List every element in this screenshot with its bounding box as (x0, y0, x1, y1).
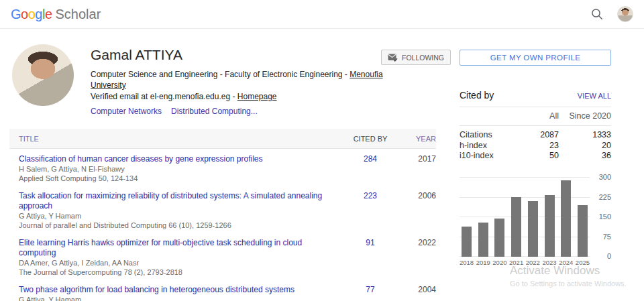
profile-affiliation: Computer Science and Engineering - Facul… (91, 69, 386, 91)
publication-authors: G Attiya, Y Hamam (19, 212, 338, 221)
stat-label: h-index (460, 141, 512, 152)
chart-y-tick-label: 300 (599, 174, 611, 181)
chart-y-axis: 075150225300 (592, 178, 611, 257)
chart-bar-column: 2020 (494, 219, 504, 257)
watermark-line2: Go to Settings to activate Windows. (510, 280, 627, 288)
view-all-link[interactable]: VIEW ALL (578, 92, 611, 100)
chart-x-tick-label: 2022 (526, 259, 540, 266)
chart-x-tick-label: 2019 (476, 259, 490, 266)
publication-cited-by-link[interactable]: 223 (343, 191, 397, 201)
chart-x-tick-label: 2024 (559, 259, 573, 266)
google-logo-letter: g (35, 7, 42, 21)
publication-venue: The Journal of Supercomputing 78 (2), 27… (19, 268, 338, 277)
chart-bar-column: 2019 (478, 223, 488, 257)
publication-main: Elite learning Harris hawks optimizer fo… (19, 238, 343, 276)
google-scholar-logo[interactable]: Google Scholar (11, 7, 101, 22)
cited-by-stat-row: Citations 2087 1333 (460, 130, 611, 141)
google-logo-letter: o (21, 7, 28, 21)
chart-x-tick-label: 2020 (492, 259, 506, 266)
chart-x-tick-label: 2023 (542, 259, 556, 266)
interest-link-computer-networks[interactable]: Computer Networks (91, 107, 162, 116)
chart-bar-2020[interactable] (494, 219, 504, 257)
chart-y-tick-label: 0 (607, 253, 611, 260)
chart-x-tick-label: 2021 (509, 259, 523, 266)
chart-bar-column: 2021 (511, 197, 521, 257)
chart-y-tick-label: 225 (599, 194, 611, 201)
chart-x-tick-label: 2025 (576, 259, 590, 266)
chart-bar-2019[interactable] (478, 223, 488, 257)
envelope-check-icon (388, 54, 398, 62)
chart-bar-2021[interactable] (511, 197, 521, 257)
chart-y-tick-label: 150 (599, 213, 611, 221)
publication-title-link[interactable]: Classification of human cancer diseases … (19, 154, 338, 164)
stat-label: i10-index (460, 151, 512, 162)
cited-by-stats-rows: Citations 2087 1333 h-index 23 20 i10-in… (460, 126, 611, 162)
publication-year: 2022 (397, 238, 436, 248)
publication-year: 2006 (397, 191, 436, 201)
column-year-sort[interactable]: YEAR (397, 135, 436, 143)
publications-table-header: TITLE CITED BY YEAR (9, 129, 436, 149)
publication-row: Elite learning Harris hawks optimizer fo… (9, 233, 436, 280)
chart-y-tick-label: 75 (603, 233, 611, 241)
chart-bar-column: 2018 (462, 227, 472, 257)
chart-bar-2023[interactable] (545, 195, 555, 257)
publication-title-link[interactable]: Two phase algorithm for load balancing i… (19, 285, 338, 295)
citations-chart: 20182019202020212022202320242025 0751502… (460, 172, 611, 271)
affiliation-text: Computer Science and Engineering - Facul… (91, 70, 350, 79)
search-icon[interactable] (590, 7, 604, 21)
chart-bar-column: 2022 (528, 201, 538, 257)
profile-info: Gamal ATTIYA Computer Science and Engine… (91, 47, 386, 116)
citations-chart-plot: 20182019202020212022202320242025 (460, 178, 590, 257)
following-button[interactable]: FOLLOWING (381, 50, 451, 65)
publication-authors: H Salem, G Attiya, N El-Fishawy (19, 165, 338, 174)
chart-bar-2024[interactable] (561, 180, 571, 257)
cited-by-stat-row: i10-index 50 36 (460, 151, 611, 162)
cited-by-title: Cited by (460, 90, 494, 101)
get-my-own-profile-button[interactable]: GET MY OWN PROFILE (460, 50, 611, 66)
chart-bar-column: 2025 (578, 205, 588, 257)
stat-value-all: 23 (512, 141, 559, 152)
stat-value-all: 2087 (512, 130, 559, 141)
publication-row: Task allocation for maximizing reliabili… (9, 186, 436, 233)
publication-cited-by-link[interactable]: 91 (343, 238, 397, 248)
chart-gridline (460, 177, 590, 178)
publication-cited-by-link[interactable]: 284 (343, 154, 397, 164)
profile-photo[interactable] (12, 44, 74, 106)
publication-year: 2004 (397, 285, 436, 295)
publication-venue: Journal of parallel and Distributed Comp… (19, 221, 338, 230)
homepage-link[interactable]: Homepage (237, 92, 277, 101)
stat-value-all: 50 (512, 151, 559, 162)
publications-rows: Classification of human cancer diseases … (9, 149, 436, 301)
interest-link-distributed-computing[interactable]: Distributed Computing... (171, 107, 258, 116)
chart-bar-2025[interactable] (578, 205, 588, 257)
cited-by-panel: Cited by VIEW ALL All Since 2020 Citatio… (460, 90, 611, 162)
publication-title-link[interactable]: Task allocation for maximizing reliabili… (19, 191, 338, 211)
column-cited-by-sort[interactable]: CITED BY (343, 135, 397, 143)
top-bar-right (590, 6, 633, 22)
publication-title-link[interactable]: Elite learning Harris hawks optimizer fo… (19, 238, 338, 258)
publication-main: Two phase algorithm for load balancing i… (19, 285, 343, 301)
research-interests: Computer Networks Distributed Computing.… (91, 107, 386, 116)
verified-email-text: Verified email at el-eng.menofia.edu.eg … (91, 92, 237, 101)
chart-bar-2022[interactable] (528, 201, 538, 257)
top-bar: Google Scholar (0, 0, 644, 29)
google-logo-letter: e (45, 7, 52, 21)
stat-value-since-2020: 1333 (559, 130, 611, 141)
verified-email-line: Verified email at el-eng.menofia.edu.eg … (91, 91, 386, 102)
publication-main: Classification of human cancer diseases … (19, 154, 343, 182)
following-label: FOLLOWING (402, 54, 444, 62)
chart-bar-column: 2023 (545, 195, 555, 257)
column-all-label: All (512, 111, 559, 121)
column-title-sort[interactable]: TITLE (19, 135, 343, 143)
publication-cited-by-link[interactable]: 77 (343, 285, 397, 295)
publication-row: Classification of human cancer diseases … (9, 149, 436, 186)
publication-authors: DA Amer, G Attiya, I Zeidan, AA Nasr (19, 259, 338, 267)
publication-row: Two phase algorithm for load balancing i… (9, 280, 436, 301)
column-since-2020-label: Since 2020 (559, 111, 611, 121)
chart-bar-2018[interactable] (462, 227, 472, 257)
chart-bar-column: 2024 (561, 180, 571, 257)
account-avatar[interactable] (617, 6, 633, 22)
stat-value-since-2020: 20 (559, 141, 611, 152)
publication-authors: G Attiya, Y Hamam (19, 296, 338, 301)
cited-by-header: Cited by VIEW ALL (460, 90, 611, 107)
